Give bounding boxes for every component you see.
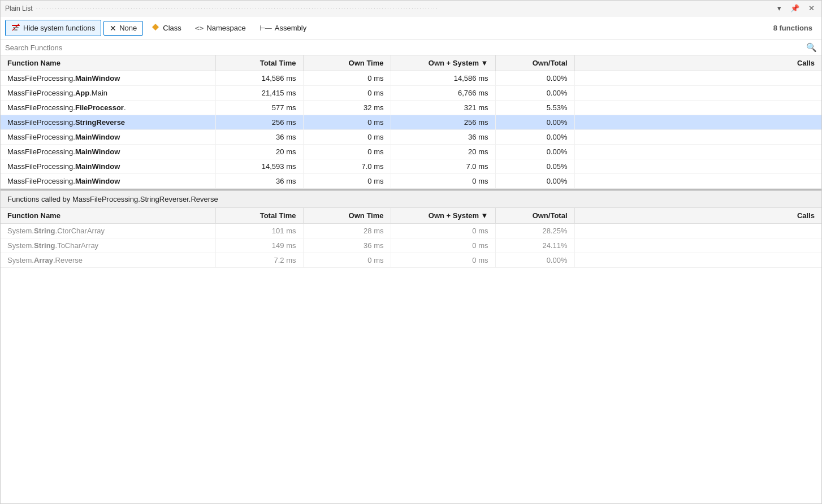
cell-own: 36 ms [303, 238, 391, 253]
lower-col-header-name[interactable]: Function Name [1, 208, 215, 224]
name-prefix: System. [7, 241, 34, 250]
upper-table-wrapper: Function Name Total Time Own Time Own + … [1, 55, 821, 190]
cell-ownpct: 28.25% [495, 224, 574, 238]
cell-ownsys: 256 ms [391, 115, 495, 130]
cell-calls [574, 238, 821, 253]
assembly-icon: ⊢— [259, 24, 272, 32]
main-window: Plain List ·····························… [0, 0, 822, 504]
cell-ownsys: 14,586 ms [391, 71, 495, 86]
col-header-ownpct[interactable]: Own/Total [495, 55, 574, 71]
cell-ownpct: 0.00% [495, 115, 574, 130]
cell-total: 101 ms [215, 224, 303, 238]
cell-calls [574, 224, 821, 238]
cell-name: MassFileProcessing.MainWindow [1, 159, 215, 174]
table-row[interactable]: MassFileProcessing.MainWindow 36 ms 0 ms… [1, 174, 821, 189]
table-row[interactable]: MassFileProcessing.App.Main 21,415 ms 0 … [1, 86, 821, 101]
class-icon [151, 23, 160, 33]
cell-own: 0 ms [303, 174, 391, 189]
cell-name: System.Array.Reverse [1, 253, 215, 268]
table-row[interactable]: System.String.ToCharArray 149 ms 36 ms 0… [1, 238, 821, 253]
table-row[interactable]: MassFileProcessing.MainWindow 14,586 ms … [1, 71, 821, 86]
name-bold: StringReverse [75, 118, 125, 127]
cell-total: 36 ms [215, 130, 303, 145]
col-header-own[interactable]: Own Time [303, 55, 391, 71]
cell-calls [574, 115, 821, 130]
none-button[interactable]: ✕ None [103, 21, 143, 36]
title-bar: Plain List ·····························… [1, 1, 821, 16]
namespace-button[interactable]: <> Namespace [189, 21, 252, 34]
cell-own: 0 ms [303, 253, 391, 268]
none-label: None [119, 24, 137, 32]
svg-rect-2 [13, 27, 19, 28]
class-button[interactable]: Class [145, 20, 187, 36]
lower-col-header-own[interactable]: Own Time [303, 208, 391, 224]
table-row[interactable]: MassFileProcessing.MainWindow 14,593 ms … [1, 159, 821, 174]
cell-own: 0 ms [303, 86, 391, 101]
col-header-total[interactable]: Total Time [215, 55, 303, 71]
toolbar: Hide system functions ✕ None Class <> Na… [1, 16, 821, 40]
cell-total: 577 ms [215, 101, 303, 115]
cell-total: 20 ms [215, 145, 303, 159]
lower-col-header-ownsys[interactable]: Own + System ▼ [391, 208, 495, 224]
cell-ownpct: 24.11% [495, 238, 574, 253]
cell-name: MassFileProcessing.MainWindow [1, 71, 215, 86]
cell-total: 256 ms [215, 115, 303, 130]
lower-col-header-calls[interactable]: Calls [574, 208, 821, 224]
class-label: Class [163, 24, 181, 32]
table-row-selected[interactable]: MassFileProcessing.StringReverse 256 ms … [1, 115, 821, 130]
name-prefix: System. [7, 227, 34, 235]
cell-name: MassFileProcessing.MainWindow [1, 130, 215, 145]
col-header-ownsys[interactable]: Own + System ▼ [391, 55, 495, 71]
section-header: Functions called by MassFileProcessing.S… [1, 190, 821, 208]
table-row[interactable]: MassFileProcessing.MainWindow 20 ms 0 ms… [1, 145, 821, 159]
col-header-name[interactable]: Function Name [1, 55, 215, 71]
name-prefix: MassFileProcessing. [7, 118, 75, 127]
lower-table: Function Name Total Time Own Time Own + … [1, 208, 821, 268]
none-icon: ✕ [110, 24, 116, 33]
table-row[interactable]: System.Array.Reverse 7.2 ms 0 ms 0 ms 0.… [1, 253, 821, 268]
assembly-button[interactable]: ⊢— Assembly [254, 21, 312, 34]
hide-system-label: Hide system functions [23, 24, 95, 32]
cell-total: 21,415 ms [215, 86, 303, 101]
close-button[interactable]: ✕ [806, 4, 817, 12]
dropdown-button[interactable]: ▾ [775, 4, 784, 12]
cell-calls [574, 174, 821, 189]
name-suffix: .Reverse [53, 256, 83, 264]
name-prefix: MassFileProcessing. [7, 133, 75, 141]
lower-col-header-total[interactable]: Total Time [215, 208, 303, 224]
cell-name: System.String.CtorCharArray [1, 224, 215, 238]
pin-button[interactable]: 📌 [788, 4, 802, 12]
hide-system-button[interactable]: Hide system functions [5, 20, 101, 36]
cell-ownsys: 0 ms [391, 174, 495, 189]
upper-table-body: MassFileProcessing.MainWindow 14,586 ms … [1, 71, 821, 189]
cell-own: 7.0 ms [303, 159, 391, 174]
cell-ownpct: 0.00% [495, 130, 574, 145]
table-row[interactable]: MassFileProcessing.FileProcessor. 577 ms… [1, 101, 821, 115]
lower-col-header-ownpct[interactable]: Own/Total [495, 208, 574, 224]
cell-ownpct: 0.00% [495, 145, 574, 159]
name-bold: MainWindow [75, 177, 120, 185]
main-content: Function Name Total Time Own Time Own + … [1, 55, 821, 503]
upper-table: Function Name Total Time Own Time Own + … [1, 55, 821, 189]
namespace-label: Namespace [206, 24, 245, 32]
search-input[interactable] [5, 44, 806, 52]
cell-calls [574, 253, 821, 268]
table-row[interactable]: System.String.CtorCharArray 101 ms 28 ms… [1, 224, 821, 238]
cell-own: 0 ms [303, 71, 391, 86]
cell-own: 32 ms [303, 101, 391, 115]
cell-name: MassFileProcessing.FileProcessor. [1, 101, 215, 115]
name-prefix: MassFileProcessing. [7, 177, 75, 185]
name-prefix: MassFileProcessing. [7, 89, 75, 97]
cell-own: 0 ms [303, 145, 391, 159]
cell-name: MassFileProcessing.MainWindow [1, 174, 215, 189]
name-bold: FileProcessor [75, 103, 124, 112]
cell-total: 36 ms [215, 174, 303, 189]
name-bold: MainWindow [75, 133, 120, 141]
title-bar-right: ▾ 📌 ✕ [775, 4, 817, 12]
name-prefix: MassFileProcessing. [7, 162, 75, 171]
cell-name: MassFileProcessing.StringReverse [1, 115, 215, 130]
col-header-calls[interactable]: Calls [574, 55, 821, 71]
cell-calls [574, 130, 821, 145]
svg-rect-3 [14, 29, 18, 31]
table-row[interactable]: MassFileProcessing.MainWindow 36 ms 0 ms… [1, 130, 821, 145]
